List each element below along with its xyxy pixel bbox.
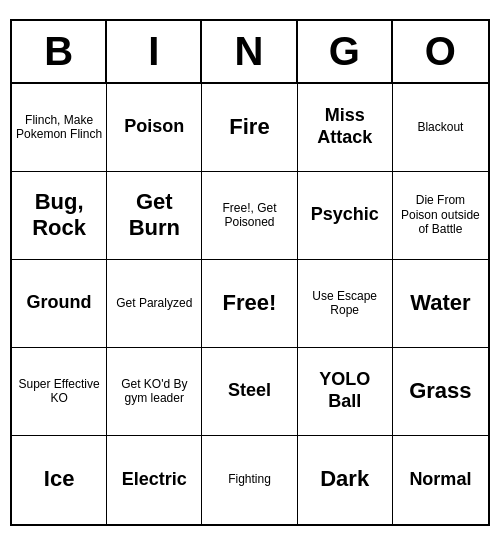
bingo-cell: Water	[393, 260, 488, 348]
bingo-cell: Free!, Get Poisoned	[202, 172, 297, 260]
cell-text: Water	[410, 290, 470, 316]
bingo-cell: Blackout	[393, 84, 488, 172]
bingo-cell: Get Paralyzed	[107, 260, 202, 348]
bingo-cell: Ground	[12, 260, 107, 348]
bingo-cell: Normal	[393, 436, 488, 524]
bingo-cell: Ice	[12, 436, 107, 524]
cell-text: Die From Poison outside of Battle	[397, 193, 484, 236]
cell-text: Ground	[27, 292, 92, 314]
bingo-cell: Free!	[202, 260, 297, 348]
bingo-grid: Flinch, Make Pokemon FlinchPoisonFireMis…	[12, 84, 488, 524]
bingo-cell: Poison	[107, 84, 202, 172]
cell-text: Grass	[409, 378, 471, 404]
cell-text: Blackout	[417, 120, 463, 134]
cell-text: Miss Attack	[302, 105, 388, 148]
bingo-cell: Get Burn	[107, 172, 202, 260]
cell-text: Free!	[223, 290, 277, 316]
bingo-cell: Get KO'd By gym leader	[107, 348, 202, 436]
header-letter: N	[202, 21, 297, 82]
header-letter: O	[393, 21, 488, 82]
cell-text: Get KO'd By gym leader	[111, 377, 197, 406]
cell-text: Ice	[44, 466, 75, 492]
cell-text: Get Burn	[111, 189, 197, 242]
header-letter: G	[298, 21, 393, 82]
cell-text: Normal	[409, 469, 471, 491]
cell-text: Psychic	[311, 204, 379, 226]
bingo-cell: Die From Poison outside of Battle	[393, 172, 488, 260]
cell-text: Fire	[229, 114, 269, 140]
cell-text: Steel	[228, 380, 271, 402]
bingo-cell: Flinch, Make Pokemon Flinch	[12, 84, 107, 172]
bingo-cell: YOLO Ball	[298, 348, 393, 436]
cell-text: Use Escape Rope	[302, 289, 388, 318]
bingo-cell: Fighting	[202, 436, 297, 524]
bingo-cell: Electric	[107, 436, 202, 524]
cell-text: Super Effective KO	[16, 377, 102, 406]
cell-text: Poison	[124, 116, 184, 138]
bingo-cell: Miss Attack	[298, 84, 393, 172]
cell-text: YOLO Ball	[302, 369, 388, 412]
cell-text: Flinch, Make Pokemon Flinch	[16, 113, 102, 142]
cell-text: Electric	[122, 469, 187, 491]
bingo-header: BINGO	[12, 21, 488, 84]
bingo-cell: Steel	[202, 348, 297, 436]
header-letter: I	[107, 21, 202, 82]
cell-text: Free!, Get Poisoned	[206, 201, 292, 230]
cell-text: Dark	[320, 466, 369, 492]
bingo-cell: Bug, Rock	[12, 172, 107, 260]
cell-text: Get Paralyzed	[116, 296, 192, 310]
bingo-cell: Dark	[298, 436, 393, 524]
bingo-cell: Grass	[393, 348, 488, 436]
bingo-cell: Psychic	[298, 172, 393, 260]
bingo-card: BINGO Flinch, Make Pokemon FlinchPoisonF…	[10, 19, 490, 526]
cell-text: Bug, Rock	[16, 189, 102, 242]
bingo-cell: Use Escape Rope	[298, 260, 393, 348]
cell-text: Fighting	[228, 472, 271, 486]
bingo-cell: Super Effective KO	[12, 348, 107, 436]
bingo-cell: Fire	[202, 84, 297, 172]
header-letter: B	[12, 21, 107, 82]
